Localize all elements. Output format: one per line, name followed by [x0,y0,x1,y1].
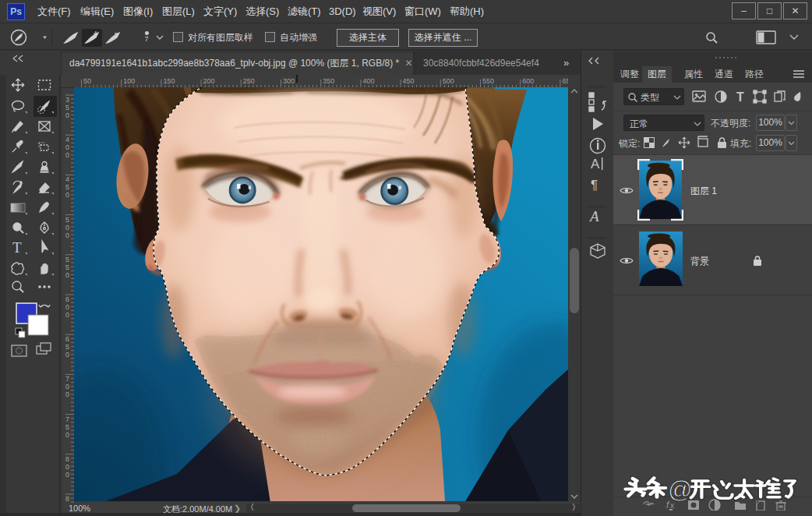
svg-text:A: A [591,157,600,171]
svg-text:150: 150 [163,77,175,85]
svg-text:T: T [736,90,744,104]
svg-text:350: 350 [323,77,334,85]
svg-text:0: 0 [65,231,69,239]
svg-text:50: 50 [83,77,91,85]
svg-text:5: 5 [65,183,69,191]
svg-text:0: 0 [65,143,69,151]
svg-text:0: 0 [65,191,69,199]
svg-text:5: 5 [65,343,69,351]
svg-text:0: 0 [65,311,69,319]
svg-text:450: 450 [403,77,415,85]
svg-text:0: 0 [65,383,69,391]
svg-text:7: 7 [65,375,69,383]
svg-text:7: 7 [65,415,69,423]
svg-text:5: 5 [65,216,69,224]
svg-text:0: 0 [65,151,69,159]
svg-text:550: 550 [482,77,494,85]
svg-text:100: 100 [123,77,135,85]
svg-text:0: 0 [65,463,69,471]
svg-text:0: 0 [65,303,69,311]
svg-text:5: 5 [65,256,69,263]
svg-text:5: 5 [65,423,69,431]
svg-text:0: 0 [65,391,69,398]
svg-text:0: 0 [65,351,69,359]
svg-text:5: 5 [65,104,69,111]
svg-text:4: 4 [65,175,69,183]
svg-text:0: 0 [65,271,69,279]
svg-text:¶: ¶ [591,178,598,193]
svg-text:250: 250 [243,77,255,85]
svg-text:6: 6 [65,295,69,303]
svg-text:0: 0 [65,471,69,479]
svg-text:T: T [12,239,22,256]
svg-text:@: @ [668,476,692,504]
svg-text:A: A [588,208,599,224]
svg-text:3: 3 [65,96,69,104]
svg-text:5: 5 [65,263,69,271]
svg-text:8: 8 [65,455,69,463]
svg-text:4: 4 [65,136,69,143]
svg-text:0: 0 [65,431,69,439]
svg-text:500: 500 [443,77,454,85]
svg-text:0: 0 [65,224,69,231]
svg-text:600: 600 [522,77,534,85]
svg-text:650: 650 [562,77,568,85]
svg-text:400: 400 [362,77,374,85]
svg-text:0: 0 [65,111,69,119]
svg-text:8: 8 [65,495,69,503]
svg-text:200: 200 [203,77,215,85]
svg-text:300: 300 [283,77,295,85]
svg-text:6: 6 [65,335,69,343]
